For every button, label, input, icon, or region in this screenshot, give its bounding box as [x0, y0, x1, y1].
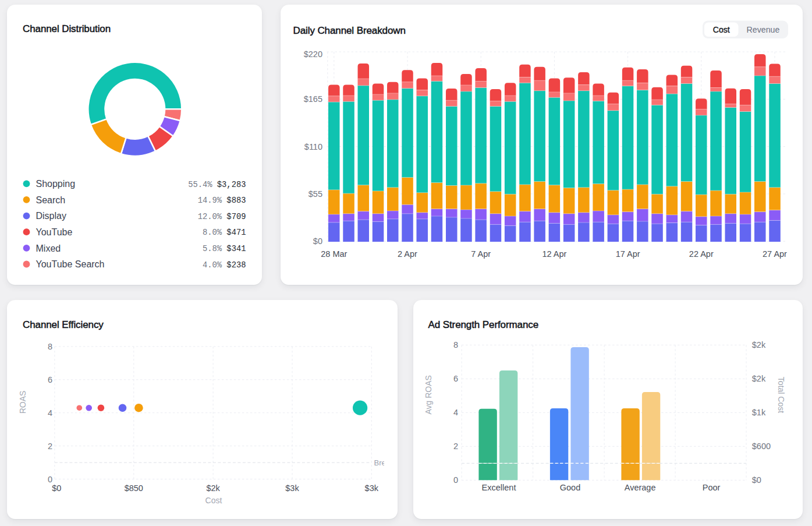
svg-text:4: 4 — [48, 408, 52, 417]
svg-text:$220: $220 — [303, 50, 322, 59]
svg-text:28 Mar: 28 Mar — [321, 249, 347, 259]
svg-text:$110: $110 — [304, 142, 322, 151]
svg-text:12.0% $709: 12.0% $709 — [198, 213, 246, 221]
svg-text:55.4% $3,283: 55.4% $3,283 — [188, 181, 246, 189]
svg-text:$0: $0 — [313, 236, 322, 246]
svg-text:Channel Efficiency: Channel Efficiency — [23, 319, 104, 330]
svg-text:2: 2 — [453, 442, 458, 451]
svg-text:6: 6 — [453, 374, 458, 383]
svg-text:$165: $165 — [303, 94, 322, 104]
svg-text:5.8% $341: 5.8% $341 — [203, 245, 246, 253]
svg-text:Good: Good — [559, 482, 580, 492]
svg-text:$2k: $2k — [751, 374, 765, 383]
svg-text:4.0% $238: 4.0% $238 — [203, 261, 246, 270]
svg-text:0: 0 — [453, 475, 458, 485]
svg-text:0: 0 — [48, 474, 52, 483]
svg-text:$3k: $3k — [365, 483, 379, 493]
svg-text:$0: $0 — [52, 483, 61, 493]
svg-text:Revenue: Revenue — [746, 25, 779, 34]
svg-text:Total Cost: Total Cost — [776, 376, 786, 412]
svg-text:12 Apr: 12 Apr — [542, 249, 566, 259]
svg-text:Daily Channel Breakdown: Daily Channel Breakdown — [293, 25, 405, 36]
svg-text:YouTube: YouTube — [36, 227, 73, 237]
svg-text:Average: Average — [624, 482, 655, 492]
svg-text:Mixed: Mixed — [36, 243, 61, 253]
svg-text:2: 2 — [48, 441, 52, 450]
svg-text:Ad Strength Performance: Ad Strength Performance — [428, 319, 538, 330]
svg-text:Poor: Poor — [702, 482, 720, 492]
svg-text:$0: $0 — [751, 475, 761, 485]
svg-text:17 Apr: 17 Apr — [615, 249, 640, 259]
svg-text:Search: Search — [36, 195, 66, 205]
svg-text:Avg ROAS: Avg ROAS — [424, 375, 433, 414]
svg-text:Cost: Cost — [205, 496, 222, 505]
svg-text:Display: Display — [36, 211, 66, 221]
svg-text:7 Apr: 7 Apr — [471, 249, 491, 259]
svg-text:Break-even: Break-even — [374, 458, 385, 467]
svg-text:YouTube Search: YouTube Search — [36, 259, 105, 269]
svg-text:$850: $850 — [125, 483, 143, 493]
svg-text:Shopping: Shopping — [36, 179, 76, 189]
svg-text:6: 6 — [48, 375, 52, 384]
svg-text:8: 8 — [453, 340, 458, 350]
svg-text:Cost: Cost — [712, 25, 729, 34]
svg-text:$2k: $2k — [206, 483, 220, 493]
svg-text:Excellent: Excellent — [481, 482, 516, 492]
svg-text:8.0% $471: 8.0% $471 — [203, 228, 246, 237]
svg-text:27 Apr: 27 Apr — [763, 249, 787, 259]
svg-text:Channel Distribution: Channel Distribution — [23, 23, 111, 34]
svg-text:4: 4 — [453, 408, 458, 417]
svg-text:$55: $55 — [308, 189, 322, 199]
svg-text:$600: $600 — [751, 442, 770, 451]
svg-text:8: 8 — [48, 341, 52, 351]
svg-text:2 Apr: 2 Apr — [398, 249, 417, 259]
svg-text:22 Apr: 22 Apr — [689, 249, 713, 259]
svg-text:ROAS: ROAS — [18, 390, 27, 414]
svg-text:14.9% $883: 14.9% $883 — [198, 196, 246, 205]
svg-text:$2k: $2k — [751, 340, 765, 350]
svg-text:$3k: $3k — [285, 483, 299, 493]
svg-text:$1k: $1k — [751, 408, 765, 417]
